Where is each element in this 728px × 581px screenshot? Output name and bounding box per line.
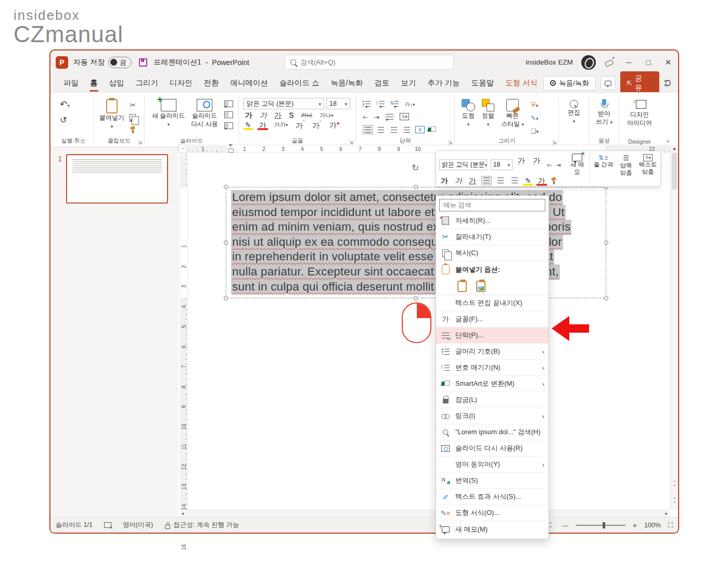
character-spacing-button[interactable]: 가나 <box>318 112 335 118</box>
minimize-button[interactable]: ─ <box>623 58 634 67</box>
section-button[interactable] <box>224 122 233 129</box>
scroll-left-icon[interactable] <box>182 511 184 516</box>
font-color-button[interactable]: 가 <box>258 121 268 129</box>
mini-font-color-button[interactable]: 가 <box>537 177 547 184</box>
text-align-button-mini[interactable]: 텍스트 맞춤 <box>639 154 657 176</box>
reset-button[interactable] <box>224 111 233 118</box>
dictate-button[interactable]: 받아 쓰기 <box>591 95 618 126</box>
previous-slide-button[interactable] <box>671 481 678 489</box>
format-painter-button[interactable] <box>130 126 136 133</box>
mini-decrease-indent-button[interactable] <box>547 160 552 169</box>
menu-item-smartart[interactable]: SmartArt로 변환(M) <box>436 376 548 392</box>
menu-item-translate[interactable]: 번역(S) <box>436 473 548 489</box>
italic-button[interactable]: 가 <box>258 111 269 119</box>
resize-handle[interactable] <box>604 296 608 300</box>
menu-item-search-selection[interactable]: "Lorem ipsum dol..." 검색(H) <box>436 424 548 440</box>
justify-button[interactable] <box>402 125 412 134</box>
collapse-ribbon-icon[interactable] <box>666 136 671 144</box>
shape-effects-button[interactable] <box>531 126 539 135</box>
copy-button[interactable] <box>130 114 136 122</box>
mini-new-comment-button[interactable]: 새 메모 <box>568 154 586 176</box>
menu-item-copy[interactable]: 복사(C) <box>436 245 548 261</box>
underline-button[interactable]: 가 <box>273 111 283 119</box>
cut-button[interactable] <box>130 100 136 110</box>
mini-align-center-button[interactable] <box>495 176 506 185</box>
tab-transitions[interactable]: 전환 <box>198 75 225 91</box>
share-button[interactable]: 공유 <box>620 71 659 95</box>
tab-slideshow[interactable]: 슬라이드 쇼 <box>274 75 325 91</box>
horizontal-scrollbar[interactable] <box>180 510 670 517</box>
resize-handle[interactable] <box>604 241 608 245</box>
menu-item-bullets[interactable]: 글머리 기호(B) <box>436 344 548 360</box>
menu-item-cut[interactable]: 잘라내기(T) <box>436 229 548 245</box>
tab-shape-format[interactable]: 도형 서식 <box>500 75 543 91</box>
bold-button[interactable]: 가 <box>244 111 254 119</box>
resize-handle[interactable] <box>414 185 418 189</box>
indent-marker[interactable] <box>228 144 233 153</box>
menu-item-font[interactable]: 글꼴(F)... <box>436 311 548 327</box>
mini-bold-button[interactable]: 가 <box>439 177 450 184</box>
menu-item-synonyms[interactable]: 영어 동의어(Y) <box>436 457 548 473</box>
mini-font-name-select[interactable]: 맑은 고딕 (본문 <box>439 159 487 170</box>
editing-button[interactable]: 편집 <box>560 95 587 125</box>
menu-item-end-text-edit[interactable]: 텍스트 편집 끝내기(X) <box>436 295 548 311</box>
shape-fill-button[interactable] <box>531 100 539 109</box>
resize-handle[interactable] <box>224 185 228 189</box>
paste-as-picture-button[interactable] <box>474 279 488 294</box>
mini-format-painter-button[interactable] <box>551 177 557 184</box>
shapes-button[interactable]: 도형 <box>462 99 475 135</box>
strikethrough-button[interactable]: 가나 <box>299 112 314 118</box>
line-spacing-button-mini[interactable]: 줄 간격 <box>594 154 614 169</box>
language-indicator[interactable]: 영어(미국) <box>123 521 153 529</box>
quick-styles-button[interactable]: 빠른 스타일 <box>501 99 524 135</box>
align-right-button[interactable] <box>389 125 399 134</box>
text-shadow-button[interactable]: S <box>287 111 295 119</box>
numbering-button[interactable] <box>377 101 385 107</box>
font-size-select[interactable]: 18 <box>326 98 350 109</box>
zoom-slider-thumb[interactable] <box>603 522 605 528</box>
clipboard-dialog-launcher[interactable] <box>138 140 142 145</box>
clear-formatting-button[interactable]: 가 <box>328 121 341 129</box>
maximize-button[interactable]: □ <box>643 58 654 67</box>
new-slide-button[interactable]: 새 슬라이드 <box>152 99 185 129</box>
autosave-control[interactable]: 자동 저장 끔 <box>73 57 132 68</box>
coming-soon-icon[interactable] <box>604 57 615 68</box>
user-avatar[interactable] <box>581 55 596 70</box>
close-button[interactable]: ✕ <box>662 58 674 67</box>
designer-button[interactable]: 디자인 아이디어 <box>621 95 658 127</box>
menu-item-numbering[interactable]: 번호 매기기(N) <box>436 360 548 376</box>
decrease-indent-button[interactable] <box>363 112 368 121</box>
increase-indent-button[interactable] <box>374 112 379 121</box>
scroll-up-icon[interactable] <box>671 146 678 151</box>
people-icon[interactable] <box>663 78 671 88</box>
vertical-scroll-thumb[interactable] <box>672 153 677 190</box>
line-spacing-button[interactable] <box>391 101 399 107</box>
mini-shrink-font-button[interactable]: 가 <box>532 157 543 172</box>
bullets-button[interactable] <box>363 101 371 107</box>
menu-item-reuse-slides[interactable]: 슬라이드 다시 사용(R) <box>436 440 548 457</box>
align-text-button[interactable] <box>400 113 409 120</box>
accessibility-status[interactable]: 접근성: 계속 진행 가능 <box>173 521 239 529</box>
columns-button[interactable] <box>386 114 393 120</box>
search-input[interactable] <box>300 58 425 66</box>
shrink-font-button[interactable]: 가 <box>311 121 323 129</box>
resize-handle[interactable] <box>224 296 228 300</box>
next-slide-button[interactable] <box>671 495 678 503</box>
change-case-button[interactable]: 가가 <box>273 122 290 128</box>
mini-grow-font-button[interactable]: 가 <box>516 157 528 172</box>
layout-button[interactable] <box>224 100 233 107</box>
autosave-toggle[interactable]: 끔 <box>108 57 132 68</box>
zoom-slider[interactable] <box>576 525 625 526</box>
zoom-in-button[interactable] <box>633 521 637 529</box>
resize-handle[interactable] <box>414 296 418 300</box>
distribute-button[interactable] <box>415 125 425 134</box>
mini-italic-button[interactable]: 가 <box>453 177 464 184</box>
zoom-out-button[interactable] <box>563 522 568 529</box>
tab-home[interactable]: 홈 <box>84 75 104 91</box>
text-direction-button[interactable] <box>405 99 415 108</box>
tab-animations[interactable]: 애니메이션 <box>225 75 274 91</box>
tab-insert[interactable]: 삽입 <box>104 75 130 91</box>
align-center-button[interactable] <box>376 125 386 134</box>
tab-design[interactable]: 디자인 <box>164 75 198 91</box>
scroll-right-icon[interactable] <box>665 511 668 516</box>
